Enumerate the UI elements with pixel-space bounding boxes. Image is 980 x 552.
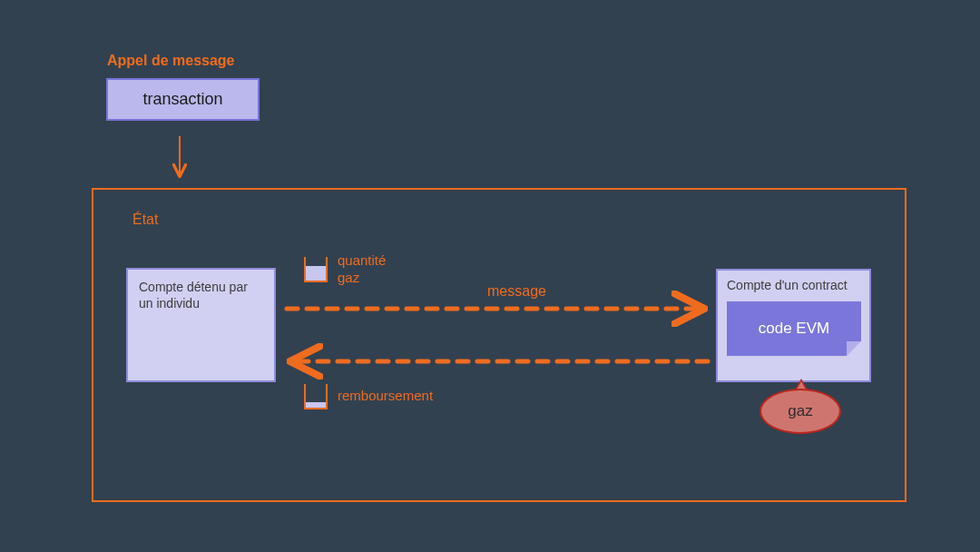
gas-quantity-label: quantité gaz <box>338 252 386 287</box>
transaction-box: transaction <box>106 78 260 121</box>
diagram-title: Appel de message <box>107 53 235 69</box>
eoa-account-box: Compte détenu par un individu <box>126 268 276 382</box>
gas-bucket-icon <box>304 257 328 282</box>
page-fold-icon <box>847 341 861 356</box>
gaz-callout: gaz <box>760 389 841 434</box>
message-label: message <box>487 282 546 301</box>
refund-bucket-fill <box>306 402 326 408</box>
transaction-label: transaction <box>142 90 222 109</box>
evm-code-block: code EVM <box>727 301 861 356</box>
contract-account-box: Compte d'un contract code EVM <box>716 269 871 382</box>
diagram-stage: Appel de message transaction État Compte… <box>0 0 980 552</box>
gas-bucket-fill <box>306 266 326 281</box>
state-label: État <box>132 211 158 229</box>
contract-account-title: Compte d'un contract <box>727 278 848 292</box>
evm-code-label: code EVM <box>759 319 829 338</box>
refund-bucket-icon <box>304 384 328 409</box>
refund-label: remboursement <box>338 388 433 405</box>
gaz-callout-label: gaz <box>788 402 812 420</box>
eoa-account-text: Compte détenu par un individu <box>139 280 248 310</box>
